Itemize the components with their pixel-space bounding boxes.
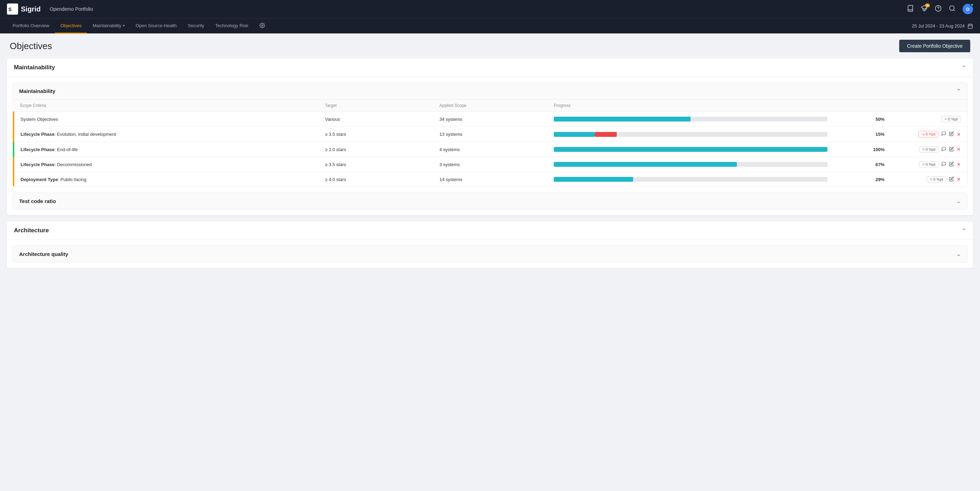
applied-scope-cell: 34 systems	[433, 112, 548, 127]
architecture-quality-chevron-down: ⌄	[956, 251, 961, 257]
progress-bar	[554, 177, 827, 182]
nav-objectives[interactable]: Objectives	[55, 19, 87, 34]
actions-cell: = 0 %pt ✕	[891, 172, 967, 187]
progress-cell	[547, 142, 834, 157]
maintainability-objective-header[interactable]: Maintainability ⌃	[13, 83, 967, 100]
book-icon[interactable]	[907, 5, 914, 14]
action-icons: ↘ 8 %pt ✕	[897, 131, 961, 138]
delete-icon[interactable]: ✕	[957, 132, 961, 137]
target-cell: ≥ 3.5 stars	[319, 127, 433, 142]
scope-criteria-cell: System Objectives	[14, 112, 319, 127]
actions-cell: = 0 %pt ✕	[891, 157, 967, 172]
actions-cell: ↘ 8 %pt ✕	[891, 127, 967, 142]
pct-cell: 100%	[834, 142, 891, 157]
architecture-quality-card: Architecture quality ⌄	[13, 246, 967, 262]
target-cell: ≥ 4.0 stars	[319, 172, 433, 187]
help-icon[interactable]	[935, 5, 942, 14]
scope-criteria-cell: Lifecycle Phase: Evolution, Initial deve…	[14, 127, 319, 142]
maintainability-section-title: Maintainability	[14, 64, 55, 71]
edit-icon[interactable]	[949, 162, 954, 167]
progress-bar	[554, 147, 827, 152]
edit-icon[interactable]	[949, 146, 954, 153]
test-code-ratio-header[interactable]: Test code ratio ⌄	[13, 193, 967, 209]
dropdown-icon: ▾	[123, 24, 125, 27]
pct-cell: 67%	[834, 157, 891, 172]
delete-icon[interactable]: ✕	[957, 162, 961, 167]
svg-point-8	[261, 25, 263, 26]
main-content: Maintainability ⌃ Maintainability ⌃ Scop…	[0, 59, 980, 281]
page-header: Objectives Create Portfolio Objective	[0, 33, 980, 59]
architecture-quality-header[interactable]: Architecture quality ⌄	[13, 246, 967, 262]
progress-fill-teal	[554, 162, 737, 167]
scope-criteria-cell: Deployment Type: Public-facing	[14, 172, 319, 187]
delete-icon[interactable]: ✕	[957, 176, 961, 182]
progress-fill-red	[595, 132, 617, 137]
applied-scope-cell: 4 systems	[433, 142, 548, 157]
scope-criteria-cell: Lifecycle Phase: End-of-life	[14, 142, 319, 157]
progress-fill-teal	[554, 132, 595, 137]
maintainability-objective-card: Maintainability ⌃ Scope Criteria Target …	[13, 83, 967, 187]
action-icons: = 0 %pt ✕	[897, 176, 961, 183]
nav-portfolio-overview[interactable]: Portfolio Overview	[7, 19, 55, 34]
svg-point-6	[950, 6, 954, 10]
svg-text:S: S	[8, 6, 11, 12]
maintainability-objective-chevron-up: ⌃	[956, 88, 961, 94]
target-cell: ≥ 2.0 stars	[319, 142, 433, 157]
maintainability-objective-title: Maintainability	[19, 88, 56, 94]
user-avatar-wrapper[interactable]: D	[963, 4, 973, 14]
logo[interactable]: S Sigrid	[7, 3, 41, 14]
comment-icon[interactable]	[941, 131, 946, 137]
search-icon[interactable]	[949, 5, 956, 14]
pct-cell: 50%	[834, 112, 891, 127]
architecture-section-title: Architecture	[14, 227, 49, 234]
maintainability-section-header[interactable]: Maintainability ⌃	[7, 59, 973, 77]
col-header-pct	[834, 100, 891, 112]
calendar-icon[interactable]	[967, 23, 973, 29]
applied-scope-cell: 3 systems	[433, 157, 548, 172]
change-badge: = 0 %pt	[919, 161, 939, 167]
architecture-chevron-up: ⌃	[961, 227, 966, 234]
change-badge: = 0 %pt	[919, 146, 939, 153]
applied-scope-cell: 14 systems	[433, 172, 548, 187]
target-cell: Various	[319, 112, 433, 127]
nav-security[interactable]: Security	[182, 19, 210, 34]
table-row: Deployment Type: Public-facing ≥ 4.0 sta…	[14, 172, 967, 187]
change-badge: = 0 %pt	[941, 116, 961, 122]
delete-icon[interactable]: ✕	[957, 146, 961, 152]
architecture-section-header[interactable]: Architecture ⌃	[7, 221, 973, 240]
comment-icon[interactable]	[941, 162, 946, 167]
applied-scope-cell: 13 systems	[433, 127, 548, 142]
table-row: Lifecycle Phase: Decommissioned ≥ 3.5 st…	[14, 157, 967, 172]
nav-open-source-health[interactable]: Open Source Health	[130, 19, 183, 34]
maintainability-section: Maintainability ⌃ Maintainability ⌃ Scop…	[7, 59, 973, 215]
progress-cell	[547, 127, 834, 142]
actions-cell: = 0 %pt ✕	[891, 142, 967, 157]
progress-cell	[547, 112, 834, 127]
table-row: Lifecycle Phase: End-of-life ≥ 2.0 stars…	[14, 142, 967, 157]
scope-criteria-cell: Lifecycle Phase: Decommissioned	[14, 157, 319, 172]
col-header-scope: Scope Criteria	[14, 100, 319, 112]
progress-fill-teal	[554, 117, 690, 122]
edit-icon[interactable]	[949, 131, 954, 137]
scope-table: Scope Criteria Target Applied Scope Prog…	[13, 100, 967, 187]
comment-icon[interactable]	[941, 146, 946, 153]
nav-maintainability[interactable]: Maintainability ▾	[87, 19, 130, 34]
progress-cell	[547, 157, 834, 172]
action-icons: = 0 %pt	[897, 116, 961, 122]
change-badge-red: ↘ 8 %pt	[918, 131, 939, 138]
action-icons: = 0 %pt ✕	[897, 146, 961, 153]
edit-icon[interactable]	[949, 176, 954, 183]
test-code-ratio-card: Test code ratio ⌄	[13, 192, 967, 210]
nav-settings[interactable]	[254, 19, 270, 34]
actions-cell: = 0 %pt	[891, 112, 967, 127]
progress-bar	[554, 132, 827, 137]
create-portfolio-objective-button[interactable]: Create Portfolio Objective	[899, 40, 970, 52]
col-header-actions	[891, 100, 967, 112]
logo-text: Sigrid	[21, 5, 41, 13]
pct-cell: 29%	[834, 172, 891, 187]
notification-badge: N	[925, 3, 930, 7]
graduation-icon[interactable]: N	[921, 5, 928, 14]
col-header-applied: Applied Scope	[433, 100, 548, 112]
nav-technology-risk[interactable]: Technology Risk	[210, 19, 254, 34]
test-code-ratio-chevron-down: ⌄	[956, 198, 961, 204]
